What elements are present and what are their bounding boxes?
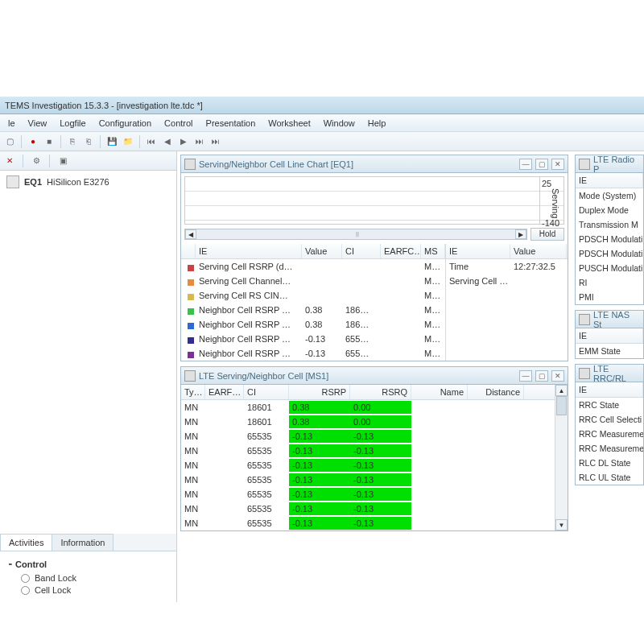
list-item[interactable]: RI	[576, 275, 643, 290]
table-row[interactable]: Neighbor Cell RSRP …0.38186…M…	[181, 317, 445, 332]
menu-window[interactable]: Window	[317, 116, 361, 130]
device-icon	[6, 175, 19, 188]
hold-button[interactable]: Hold	[530, 228, 564, 241]
menu-configuration[interactable]: Configuration	[93, 116, 158, 130]
line-chart-panel: Serving/Neighbor Cell Line Chart [EQ1] —…	[180, 155, 568, 361]
chevron-left-icon[interactable]: ◀	[185, 229, 196, 239]
maximize-icon[interactable]: ▢	[535, 159, 548, 170]
table-row[interactable]: Serving Cell …	[446, 274, 568, 288]
bottom-tabs: Activities Information	[0, 534, 176, 551]
table-row[interactable]: Neighbor Cell RSRP …-0.13655…M…	[181, 346, 445, 361]
table-row[interactable]: MN186010.380.00	[181, 415, 555, 429]
band-lock-option[interactable]: Band Lock	[21, 573, 168, 583]
list-item[interactable]: Duplex Mode	[576, 203, 643, 217]
list-item[interactable]: PDSCH Modulati	[576, 246, 643, 261]
menu-help[interactable]: Help	[361, 116, 393, 130]
chart-icon	[184, 159, 196, 170]
table-row[interactable]: MN65535-0.13-0.13	[181, 473, 555, 487]
list-item[interactable]: RRC State	[576, 398, 643, 412]
next-icon[interactable]: ⏭	[193, 135, 206, 148]
tab-activities[interactable]: Activities	[0, 534, 52, 551]
list-item[interactable]: Mode (System)	[576, 188, 643, 203]
minimize-icon[interactable]: —	[519, 370, 532, 382]
first-icon[interactable]: ⏮	[145, 135, 158, 148]
lte-rrc-panel: LTE RRC/RL IE RRC StateRRC Cell SelectiR…	[575, 364, 644, 485]
last-icon[interactable]: ⏭	[209, 135, 222, 148]
maximize-icon[interactable]: ▢	[535, 370, 548, 382]
list-item[interactable]: PUSCH Modulati	[576, 261, 643, 275]
play-icon[interactable]: ▶	[177, 135, 190, 148]
list-item[interactable]: Transmission M	[576, 217, 643, 232]
table-row[interactable]: MN65535-0.13-0.13	[181, 458, 555, 473]
tab-information[interactable]: Information	[52, 534, 114, 551]
table-row[interactable]: Serving Cell RS CIN…M…	[181, 288, 445, 303]
left-column: ✕ ⚙ ▣ EQ1 HiSilicon E3276 Activities Inf…	[0, 151, 177, 602]
vertical-scrollbar[interactable]: ▲ ▼	[555, 385, 568, 530]
menu-view[interactable]: View	[22, 116, 54, 130]
chart-table-header: IE Value CI EARFC… MS	[181, 244, 445, 259]
panel-title: Serving/Neighbor Cell Line Chart [EQ1]	[199, 159, 519, 169]
folder-icon[interactable]: 📁	[122, 135, 134, 148]
window-title: TEMS Investigation 15.3.3 - [investigati…	[5, 101, 203, 110]
table-icon	[579, 314, 590, 325]
chart-scrollbar[interactable]: ◀ ▶ ⫴	[184, 229, 527, 240]
device-toolbar: ✕ ⚙ ▣	[0, 151, 176, 171]
scroll-thumb[interactable]	[556, 396, 567, 415]
list-item[interactable]: RLC UL State	[576, 470, 643, 485]
menu-worksheet[interactable]: Worksheet	[262, 116, 316, 130]
list-item[interactable]: RRC Cell Selecti	[576, 412, 643, 427]
table-row[interactable]: MN65535-0.13-0.13	[181, 516, 555, 530]
right-column: LTE Radio P IE Mode (System)Duplex ModeT…	[572, 151, 644, 602]
table-row[interactable]: MN65535-0.13-0.13	[181, 502, 555, 516]
list-item[interactable]: PDSCH Modulati	[576, 232, 643, 246]
copy-icon[interactable]: ⎘	[66, 135, 79, 148]
list-item[interactable]: RRC Measureme	[576, 441, 643, 456]
menu-file[interactable]: le	[2, 116, 22, 130]
cell-table-header: Ty… EARF… CI RSRP RSRQ Name Distance	[181, 385, 555, 400]
close-icon[interactable]: ✕	[551, 159, 564, 170]
menu-presentation[interactable]: Presentation	[200, 116, 262, 130]
table-row[interactable]: MN65535-0.13-0.13	[181, 429, 555, 444]
menu-bar: le View Logfile Configuration Control Pr…	[0, 114, 644, 132]
minimize-icon[interactable]: —	[519, 159, 532, 170]
middle-column: Serving/Neighbor Cell Line Chart [EQ1] —…	[177, 151, 572, 602]
table-row[interactable]: Serving Cell Channel…M…	[181, 274, 445, 288]
gear-icon[interactable]: ⚙	[30, 155, 43, 167]
lte-nas-panel: LTE NAS St IE EMM State	[575, 310, 644, 359]
list-item[interactable]: RRC Measureme	[576, 427, 643, 441]
radio-icon	[21, 574, 30, 583]
table-row[interactable]: MN65535-0.13-0.13	[181, 487, 555, 502]
table-row[interactable]: MN65535-0.13-0.13	[181, 444, 555, 458]
menu-logfile[interactable]: Logfile	[53, 116, 92, 130]
tree-control-node[interactable]: ⁃ Control	[8, 559, 168, 570]
prev-icon[interactable]: ◀	[161, 135, 174, 148]
cell-panel: LTE Serving/Neighbor Cell [MS1] — ▢ ✕ Ty…	[180, 366, 568, 531]
close-icon[interactable]: ✕	[551, 370, 564, 382]
table-icon	[579, 368, 590, 379]
chevron-up-icon[interactable]: ▲	[555, 385, 568, 396]
device-row[interactable]: EQ1 HiSilicon E3276	[0, 171, 176, 193]
chart-area: 25 Serving -140	[184, 176, 564, 225]
table-row[interactable]: Neighbor Cell RSRP …-0.13655…M…	[181, 332, 445, 346]
stop-icon[interactable]: ■	[43, 135, 56, 148]
menu-control[interactable]: Control	[158, 116, 199, 130]
paste-icon[interactable]: ⎗	[82, 135, 95, 148]
cell-lock-option[interactable]: Cell Lock	[21, 585, 168, 595]
list-item[interactable]: EMM State	[576, 344, 643, 358]
list-item[interactable]: PMI	[576, 290, 643, 304]
chevron-down-icon[interactable]: ▼	[555, 519, 568, 530]
record-icon[interactable]: ●	[27, 135, 39, 148]
window-icon[interactable]: ▣	[56, 155, 69, 167]
save-icon[interactable]: 💾	[105, 135, 118, 148]
chevron-right-icon[interactable]: ▶	[515, 229, 526, 239]
table-row[interactable]: Serving Cell RSRP (d…M…	[181, 259, 445, 274]
close-icon[interactable]: ✕	[3, 155, 16, 167]
lte-radio-panel: LTE Radio P IE Mode (System)Duplex ModeT…	[575, 155, 644, 305]
table-row[interactable]: Time12:27:32.5	[446, 259, 568, 274]
table-icon	[184, 370, 196, 382]
open-icon[interactable]: ▢	[3, 135, 16, 148]
list-item[interactable]: RLC DL State	[576, 456, 643, 470]
table-row[interactable]: Neighbor Cell RSRP …0.38186…M…	[181, 303, 445, 317]
table-row[interactable]: MN186010.380.00	[181, 400, 555, 415]
device-name: HiSilicon E3276	[47, 177, 109, 187]
